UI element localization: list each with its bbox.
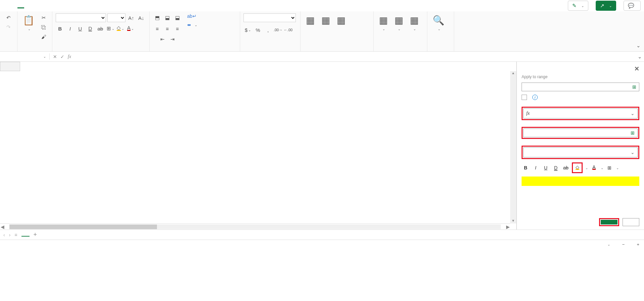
panel-bold-button[interactable]: B — [522, 164, 530, 172]
percent-button[interactable]: % — [254, 26, 262, 34]
italic-button[interactable]: I — [66, 24, 74, 33]
formula-input[interactable] — [74, 55, 635, 58]
increase-font-button[interactable]: A↑ — [127, 13, 136, 22]
cut-button[interactable]: ✂ — [39, 13, 48, 22]
align-bottom-button[interactable]: ⬓ — [173, 13, 182, 22]
cancel-formula-icon[interactable]: ✕ — [53, 54, 57, 59]
panel-strikethrough-button[interactable]: ab — [562, 164, 570, 172]
scroll-left-arrow[interactable]: ◀ — [0, 224, 5, 230]
font-name-select[interactable] — [56, 13, 106, 22]
increase-indent-button[interactable]: ⇥ — [168, 35, 177, 44]
close-panel-button[interactable]: ✕ — [634, 65, 639, 72]
if-true-stop-checkbox[interactable] — [522, 95, 527, 100]
horizontal-scrollbar[interactable]: ◀ ▶ — [0, 223, 510, 230]
insert-cells-button[interactable]: ▦ ⌄ — [377, 13, 390, 32]
align-right-button[interactable]: ≡ — [173, 24, 182, 33]
tab-view[interactable] — [116, 4, 123, 8]
number-format-select[interactable] — [244, 13, 296, 22]
panel-double-underline-button[interactable]: D — [552, 164, 560, 172]
scroll-up-arrow[interactable]: ▲ — [510, 71, 516, 76]
tab-home[interactable] — [17, 3, 24, 8]
sheet-list-button[interactable]: ≡ — [14, 232, 17, 238]
double-underline-button[interactable]: D — [86, 24, 95, 33]
select-all-triangle[interactable] — [0, 62, 20, 71]
format-cells-button[interactable]: ▦ ⌄ — [408, 13, 421, 32]
tab-draw[interactable] — [46, 4, 52, 8]
tab-help[interactable] — [130, 4, 137, 8]
decrease-font-button[interactable]: A↓ — [137, 13, 146, 22]
status-customize-button[interactable]: ⌄ — [607, 243, 610, 246]
tab-formulas[interactable] — [74, 4, 80, 8]
cell-styles-button[interactable]: ▦ — [335, 13, 347, 28]
tab-insert[interactable] — [32, 4, 38, 8]
underline-button[interactable]: U — [76, 24, 85, 33]
apply-to-range-input[interactable] — [522, 83, 639, 91]
tab-page-layout[interactable] — [60, 4, 66, 8]
formula-input-field[interactable] — [523, 129, 638, 137]
panel-italic-button[interactable]: I — [532, 164, 540, 172]
increase-decimal-button[interactable]: .00→ — [274, 26, 282, 34]
align-top-button[interactable]: ⬒ — [153, 13, 162, 22]
font-size-select[interactable] — [107, 13, 125, 22]
delete-cells-button[interactable]: ▦ ⌄ — [392, 13, 405, 32]
conditional-formatting-button[interactable]: ▦ — [304, 13, 317, 28]
zoom-in-button[interactable]: + — [637, 242, 639, 247]
sheet-nav-prev[interactable]: ‹ — [3, 232, 5, 238]
editing-group-button[interactable]: 🔍 ⌄ — [431, 13, 446, 32]
tab-file[interactable] — [3, 4, 10, 8]
share-button[interactable]: ↗ ⌄ — [596, 1, 616, 11]
chevron-down-icon[interactable]: ⌄ — [601, 166, 603, 170]
editing-mode-button[interactable]: ✎ ⌄ — [568, 1, 588, 11]
panel-fill-color-button[interactable]: ◇ — [573, 164, 581, 172]
fill-color-button[interactable]: ◇⌄ — [116, 24, 125, 33]
wrap-text-button[interactable]: ab↵ — [187, 13, 198, 19]
undo-button[interactable]: ↶ — [4, 13, 13, 22]
name-box[interactable]: ⌄ — [0, 53, 50, 60]
panel-borders-button[interactable]: ⊞ — [605, 164, 613, 172]
cancel-button[interactable] — [623, 218, 639, 226]
sheet-tab[interactable] — [21, 233, 30, 237]
panel-font-color-button[interactable]: A — [590, 164, 598, 172]
zoom-out-button[interactable]: − — [622, 242, 625, 247]
format-with-dropdown[interactable] — [523, 147, 638, 157]
fx-icon[interactable]: fx — [68, 54, 71, 59]
enter-formula-icon[interactable]: ✓ — [60, 54, 64, 59]
expand-formula-bar-button[interactable]: ⌄ — [635, 52, 644, 61]
info-icon[interactable]: i — [532, 95, 538, 100]
comma-button[interactable]: , — [264, 26, 272, 34]
copy-button[interactable]: ⿻ — [39, 23, 48, 32]
done-button[interactable] — [601, 220, 618, 224]
comments-button[interactable]: 💬 — [624, 1, 641, 11]
sheet-nav-next[interactable]: › — [9, 232, 11, 238]
scroll-down-arrow[interactable]: ▼ — [510, 219, 516, 223]
tab-review[interactable] — [102, 4, 109, 8]
decrease-indent-button[interactable]: ⇤ — [158, 35, 167, 44]
strikethrough-button[interactable]: ab — [96, 24, 105, 33]
merge-center-button[interactable]: ⬌ ⌄ — [187, 22, 197, 28]
format-as-table-button[interactable]: ▦ — [319, 13, 332, 28]
rule-type-dropdown[interactable]: fx — [523, 108, 638, 118]
add-sheet-button[interactable]: + — [34, 231, 37, 238]
vertical-scrollbar[interactable]: ▲ ▼ — [510, 71, 516, 223]
collapse-ribbon-button[interactable]: ⌄ — [634, 41, 643, 50]
bold-button[interactable]: B — [56, 24, 64, 33]
paste-button[interactable]: 📋 ⌄ — [21, 13, 37, 32]
chevron-down-icon: ⌄ — [28, 27, 31, 31]
currency-button[interactable]: $⌄ — [244, 26, 252, 34]
align-center-button[interactable]: ≡ — [163, 24, 172, 33]
chevron-down-icon[interactable]: ⌄ — [585, 166, 588, 170]
decrease-decimal-button[interactable]: ←.00 — [284, 26, 292, 34]
redo-button[interactable]: ↷ — [4, 23, 13, 32]
tab-data[interactable] — [88, 4, 95, 8]
status-bar: ⌄ − + — [0, 240, 644, 249]
font-color-button[interactable]: A⌄ — [126, 24, 135, 33]
spreadsheet-grid[interactable]: ▲ ▼ ◀ ▶ — [0, 62, 517, 230]
chevron-down-icon[interactable]: ⌄ — [616, 166, 619, 170]
format-painter-button[interactable]: 🖌 — [39, 32, 48, 41]
chevron-down-icon: ⌄ — [413, 27, 416, 31]
align-middle-button[interactable]: ⬓ — [163, 13, 172, 22]
align-left-button[interactable]: ≡ — [153, 24, 162, 33]
scroll-right-arrow[interactable]: ▶ — [505, 224, 510, 230]
borders-button[interactable]: ⊞⌄ — [106, 24, 115, 33]
panel-underline-button[interactable]: U — [542, 164, 550, 172]
